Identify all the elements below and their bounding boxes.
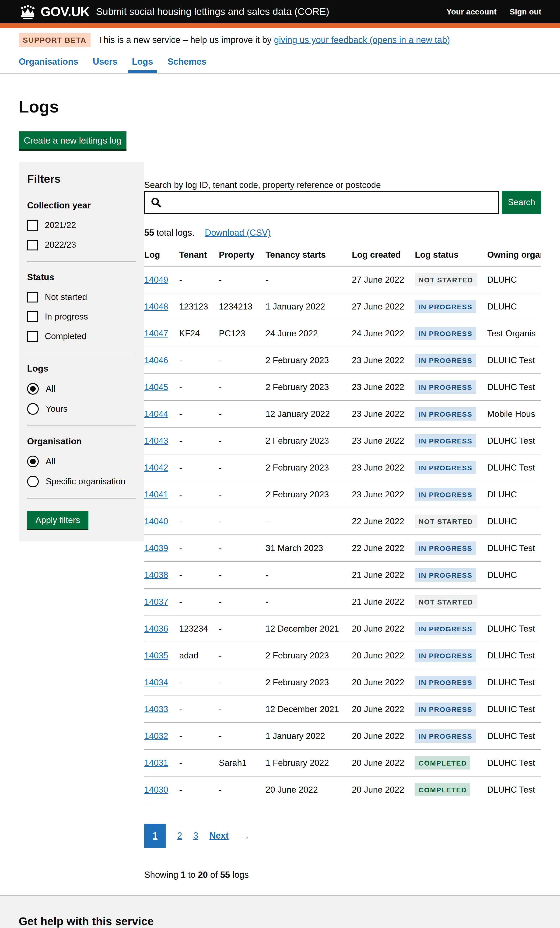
checkbox-box[interactable]: [27, 292, 38, 302]
property-cell: -: [219, 535, 266, 562]
log-id-cell: 14047: [144, 320, 179, 347]
govuk-logo-link[interactable]: GOV.UK: [19, 3, 90, 20]
search-button[interactable]: Search: [502, 191, 541, 214]
tenant-cell: -: [179, 266, 219, 293]
your-account-link[interactable]: Your account: [446, 6, 496, 17]
log-id-link[interactable]: 14042: [144, 463, 168, 472]
log-id-link[interactable]: 14037: [144, 597, 168, 607]
log-created-cell: 23 June 2022: [352, 454, 415, 481]
radio-button[interactable]: [27, 456, 39, 467]
checkbox-box[interactable]: [27, 311, 38, 322]
log-id-cell: 14039: [144, 535, 179, 562]
log-created-cell: 20 June 2022: [352, 642, 415, 669]
checkbox-in-progress[interactable]: In progress: [27, 311, 136, 322]
property-cell: -: [219, 454, 266, 481]
pagination-page-1[interactable]: 1: [144, 824, 166, 847]
crown-icon: [19, 4, 37, 19]
log-id-link[interactable]: 14044: [144, 409, 168, 419]
table-row: 14038 - - - 21 June 2022 IN PROGRESS DLU…: [144, 562, 541, 588]
owning-organisation-cell: DLUHC Test: [487, 427, 541, 454]
log-created-cell: 20 June 2022: [352, 696, 415, 723]
logs-table-body: 14049 - - - 27 June 2022 NOT STARTED DLU…: [144, 266, 541, 803]
checkbox-completed[interactable]: Completed: [27, 331, 136, 342]
log-id-link[interactable]: 14039: [144, 543, 168, 553]
owning-organisation-cell: DLUHC: [487, 508, 541, 535]
nav-item-users[interactable]: Users: [89, 53, 121, 73]
log-id-link[interactable]: 14047: [144, 329, 168, 338]
showing-from: 1: [181, 870, 186, 880]
pagination-page-2[interactable]: 2: [177, 830, 182, 841]
checkbox-label: In progress: [45, 311, 88, 322]
feedback-link[interactable]: giving us your feedback (opens in a new …: [274, 35, 450, 45]
pagination-next-arrow-icon[interactable]: →: [240, 829, 250, 843]
tenant-cell: -: [179, 347, 219, 374]
checkbox-box[interactable]: [27, 331, 38, 342]
pagination-page-3[interactable]: 3: [193, 830, 198, 841]
tenancy-starts-cell: 1 January 2022: [266, 723, 352, 749]
table-row: 14044 - - 12 January 2022 23 June 2022 I…: [144, 400, 541, 427]
log-status-cell: IN PROGRESS: [415, 535, 487, 562]
radio-organisation-all[interactable]: All: [27, 456, 136, 467]
service-name[interactable]: Submit social housing lettings and sales…: [96, 5, 329, 18]
tenancy-starts-cell: 12 December 2021: [266, 615, 352, 642]
property-cell: PC123: [219, 320, 266, 347]
radio-logs-yours[interactable]: Yours: [27, 403, 136, 415]
log-id-link[interactable]: 14049: [144, 275, 168, 284]
nav-item-schemes[interactable]: Schemes: [164, 53, 210, 73]
log-id-link[interactable]: 14048: [144, 302, 168, 311]
filter-group-status: Status Not started In progress Completed: [27, 272, 136, 342]
checkbox-box[interactable]: [27, 220, 38, 230]
property-cell: -: [219, 374, 266, 400]
radio-organisation-specific[interactable]: Specific organisation: [27, 476, 136, 487]
log-id-cell: 14032: [144, 723, 179, 749]
phase-banner: Support beta This is a new service – hel…: [0, 28, 560, 53]
log-id-link[interactable]: 14034: [144, 678, 168, 687]
property-cell: -: [219, 669, 266, 696]
log-id-link[interactable]: 14030: [144, 785, 168, 795]
filter-divider: [27, 498, 136, 499]
radio-button[interactable]: [27, 403, 39, 415]
create-lettings-log-button[interactable]: Create a new lettings log: [19, 131, 127, 150]
log-id-link[interactable]: 14040: [144, 516, 168, 526]
tenant-cell: -: [179, 669, 219, 696]
status-badge: IN PROGRESS: [415, 380, 476, 394]
log-id-link[interactable]: 14032: [144, 731, 168, 741]
status-badge: COMPLETED: [415, 783, 470, 796]
log-id-link[interactable]: 14031: [144, 758, 168, 768]
radio-logs-all[interactable]: All: [27, 383, 136, 395]
status-badge: IN PROGRESS: [415, 488, 476, 501]
checkbox-2022-23[interactable]: 2022/23: [27, 239, 136, 250]
filters-panel: Filters Collection year 2021/22 2022/23 …: [19, 162, 144, 542]
log-id-link[interactable]: 14036: [144, 624, 168, 633]
tenant-cell: 123123: [179, 293, 219, 320]
table-row: 14033 - - 12 December 2021 20 June 2022 …: [144, 696, 541, 723]
radio-button[interactable]: [27, 476, 39, 487]
checkbox-not-started[interactable]: Not started: [27, 292, 136, 303]
sign-out-link[interactable]: Sign out: [510, 6, 541, 17]
tenancy-starts-cell: 24 June 2022: [266, 320, 352, 347]
owning-organisation-cell: DLUHC Test: [487, 454, 541, 481]
tenancy-starts-cell: 1 February 2022: [266, 749, 352, 776]
tenancy-starts-cell: -: [266, 266, 352, 293]
nav-item-logs[interactable]: Logs: [128, 53, 157, 73]
pagination-next-link[interactable]: Next: [209, 830, 229, 841]
nav-item-organisations[interactable]: Organisations: [15, 53, 82, 73]
log-id-link[interactable]: 14035: [144, 651, 168, 660]
apply-filters-button[interactable]: Apply filters: [27, 511, 89, 529]
download-csv-link[interactable]: Download (CSV): [205, 228, 271, 238]
radio-label: All: [46, 383, 55, 394]
log-id-link[interactable]: 14038: [144, 570, 168, 580]
search-input[interactable]: [144, 191, 499, 214]
log-id-link[interactable]: 14043: [144, 436, 168, 446]
checkbox-2021-22[interactable]: 2021/22: [27, 220, 136, 231]
checkbox-box[interactable]: [27, 240, 38, 250]
checkbox-label: Not started: [45, 292, 87, 303]
log-id-link[interactable]: 14045: [144, 382, 168, 392]
log-id-link[interactable]: 14033: [144, 704, 168, 714]
property-cell: -: [219, 723, 266, 749]
table-row: 14030 - - 20 June 2022 20 June 2022 COMP…: [144, 776, 541, 803]
log-id-link[interactable]: 14046: [144, 356, 168, 365]
radio-button[interactable]: [27, 383, 39, 395]
log-created-cell: 24 June 2022: [352, 320, 415, 347]
log-id-link[interactable]: 14041: [144, 490, 168, 499]
